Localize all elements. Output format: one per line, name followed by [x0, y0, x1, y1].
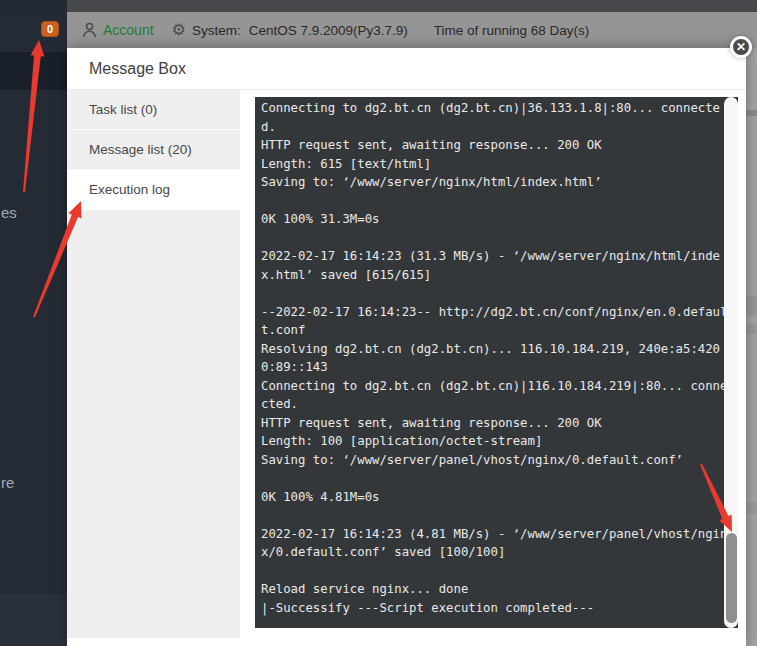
log-line: |-Successify ---Script execution complet… — [261, 599, 722, 618]
modal-title: Message Box — [89, 48, 186, 90]
terminal-output: Connecting to dg2.bt.cn (dg2.bt.cn)|36.1… — [261, 99, 722, 617]
terminal-scrollbar[interactable] — [724, 97, 738, 628]
log-line: 2022-02-17 16:14:23 (4.81 MB/s) - ‘/www/… — [261, 525, 722, 544]
log-line: Reload service nginx... done — [261, 580, 722, 599]
log-line: cted. — [261, 395, 722, 414]
log-line: Saving to: ‘/www/server/nginx/html/index… — [261, 173, 722, 192]
log-line — [261, 284, 722, 303]
sidebar-footer — [0, 594, 67, 646]
log-line: 2022-02-17 16:14:23 (31.3 MB/s) - ‘/www/… — [261, 247, 722, 266]
sidebar-active-item-bg — [0, 52, 67, 90]
log-line: t.conf — [261, 321, 722, 340]
log-line: Length: 615 [text/html] — [261, 155, 722, 174]
page-band — [746, 324, 757, 334]
system-label: System: — [192, 23, 241, 38]
tab-message-list[interactable]: Message list (20) — [67, 130, 240, 170]
message-box-modal: Message Box Task list (0) Message list (… — [67, 48, 746, 646]
log-line: 0K 100% 4.81M=0s — [261, 488, 722, 507]
page-band — [746, 296, 757, 316]
top-strip — [67, 0, 757, 12]
log-line: Connecting to dg2.bt.cn (dg2.bt.cn)|116.… — [261, 377, 722, 396]
log-line: Resolving dg2.bt.cn (dg2.bt.cn)... 116.1… — [261, 340, 722, 359]
modal-header: Message Box — [67, 48, 746, 90]
close-icon[interactable]: ✕ — [730, 36, 752, 58]
system-value: CentOS 7.9.2009(Py3.7.9) — [249, 23, 408, 38]
log-line: Length: 100 [application/octet-stream] — [261, 432, 722, 451]
topbar: Account ⚙ System: CentOS 7.9.2009(Py3.7.… — [67, 12, 757, 48]
terminal-scrollbar-thumb[interactable] — [726, 533, 737, 623]
log-line — [261, 562, 722, 581]
gear-icon: ⚙ — [172, 22, 186, 38]
log-line: Connecting to dg2.bt.cn (dg2.bt.cn)|36.1… — [261, 99, 722, 118]
user-icon — [82, 22, 97, 38]
tab-execution-log[interactable]: Execution log — [67, 170, 240, 210]
page-band — [746, 110, 757, 116]
log-line — [261, 469, 722, 488]
log-line: d. — [261, 118, 722, 137]
log-line — [261, 192, 722, 211]
log-line: x.html’ saved [615/615] — [261, 266, 722, 285]
account-link[interactable]: Account — [103, 22, 154, 38]
tab-task-list[interactable]: Task list (0) — [67, 90, 240, 130]
log-line: Saving to: ‘/www/server/panel/vhost/ngin… — [261, 451, 722, 470]
app-sidebar: es re — [0, 0, 67, 646]
notification-badge[interactable]: 0 — [41, 21, 59, 37]
log-line: x/0.default.conf’ saved [100/100] — [261, 543, 722, 562]
dimmed-page-strip — [746, 48, 757, 646]
execution-log-terminal: Connecting to dg2.bt.cn (dg2.bt.cn)|36.1… — [255, 97, 738, 628]
log-line: 0:89::143 — [261, 358, 722, 377]
sidebar-item-fragment[interactable]: re — [1, 474, 14, 491]
log-line — [261, 506, 722, 525]
modal-tab-column: Task list (0) Message list (20) Executio… — [67, 90, 240, 638]
uptime-label: Time of running 68 Day(s) — [434, 23, 590, 38]
top-strip-left — [0, 0, 67, 12]
log-line: --2022-02-17 16:14:23-- http://dg2.bt.cn… — [261, 303, 722, 322]
log-line: HTTP request sent, awaiting response... … — [261, 414, 722, 433]
log-line — [261, 229, 722, 248]
log-line: 0K 100% 31.3M=0s — [261, 210, 722, 229]
log-line: HTTP request sent, awaiting response... … — [261, 136, 722, 155]
page-band — [746, 502, 757, 514]
sidebar-item-fragment[interactable]: es — [1, 204, 17, 221]
